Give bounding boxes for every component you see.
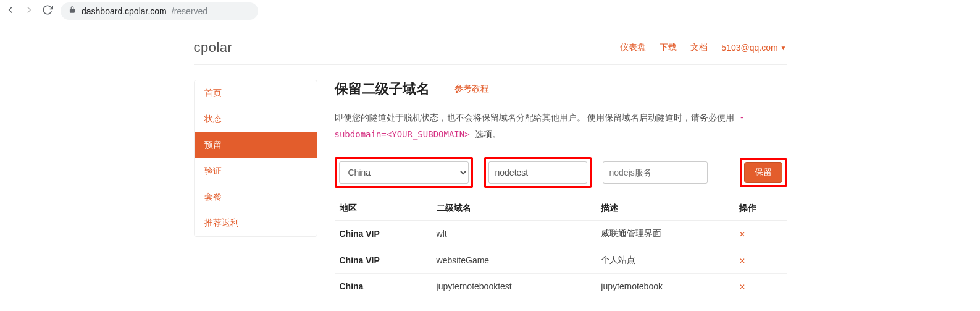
- cell-subdomain: jupyternotebooktest: [432, 274, 597, 299]
- reserve-button[interactable]: 保留: [744, 162, 782, 183]
- top-nav: 仪表盘 下载 文档 5103@qq.com ▼: [620, 42, 786, 53]
- subdomain-input[interactable]: [488, 161, 587, 184]
- main-content: 保留二级子域名 参考教程 即使您的隧道处于脱机状态，也不会将保留域名分配给其他用…: [335, 80, 787, 299]
- caret-down-icon: ▼: [781, 45, 787, 51]
- cell-subdomain: websiteGame: [432, 247, 597, 274]
- cell-desc: 威联通管理界面: [596, 221, 734, 247]
- description: 即使您的隧道处于脱机状态，也不会将保留域名分配给其他用户。 使用保留域名启动隧道…: [335, 109, 787, 142]
- page-header: cpolar 仪表盘 下载 文档 5103@qq.com ▼: [194, 40, 787, 65]
- table-row: China VIP wlt 威联通管理界面 ✕: [335, 221, 787, 247]
- address-bar[interactable]: dashboard.cpolar.com/reserved: [61, 2, 258, 20]
- desc-text-1: 即使您的隧道处于脱机状态，也不会将保留域名分配给其他用户。 使用保留域名启动隧道…: [335, 113, 737, 122]
- cell-region: China VIP: [335, 247, 432, 274]
- sidebar-item-referral[interactable]: 推荐返利: [195, 210, 317, 236]
- highlight-submit: 保留: [740, 158, 787, 187]
- sidebar-item-home[interactable]: 首页: [195, 80, 317, 106]
- forward-icon[interactable]: [23, 4, 35, 17]
- logo: cpolar: [194, 40, 233, 56]
- sidebar: 首页 状态 预留 验证 套餐 推荐返利: [194, 80, 317, 237]
- lock-icon: [68, 6, 77, 16]
- nav-user-menu[interactable]: 5103@qq.com ▼: [721, 43, 786, 53]
- reserve-form: China 保留: [335, 157, 787, 188]
- page-title: 保留二级子域名: [335, 80, 430, 98]
- nav-user-label: 5103@qq.com: [721, 43, 777, 53]
- th-desc: 描述: [596, 197, 734, 221]
- th-subdomain: 二级域名: [432, 197, 597, 221]
- desc-text-2: 选项。: [475, 129, 501, 139]
- delete-icon[interactable]: ✕: [739, 283, 745, 291]
- sidebar-item-auth[interactable]: 验证: [195, 158, 317, 184]
- th-action: 操作: [734, 197, 787, 221]
- nav-dashboard[interactable]: 仪表盘: [620, 42, 646, 53]
- delete-icon[interactable]: ✕: [739, 230, 745, 239]
- tutorial-link[interactable]: 参考教程: [454, 83, 489, 95]
- table-row: China jupyternotebooktest jupyternoteboo…: [335, 274, 787, 299]
- cell-region: China: [335, 274, 432, 299]
- description-input[interactable]: [603, 161, 708, 184]
- cell-subdomain: wlt: [432, 221, 597, 247]
- table-row: China VIP websiteGame 个人站点 ✕: [335, 247, 787, 274]
- back-icon[interactable]: [5, 4, 16, 17]
- reload-icon[interactable]: [42, 4, 53, 17]
- nav-download[interactable]: 下载: [660, 42, 677, 53]
- cell-region: China VIP: [335, 221, 432, 247]
- region-select[interactable]: China: [339, 161, 469, 184]
- reserved-table: 地区 二级域名 描述 操作 China VIP wlt 威联通管理界面 ✕ Ch…: [335, 197, 787, 299]
- delete-icon[interactable]: ✕: [739, 257, 745, 265]
- cell-desc: jupyternotebook: [596, 274, 734, 299]
- highlight-name: [484, 157, 592, 188]
- url-path: /reserved: [172, 6, 207, 16]
- nav-docs[interactable]: 文档: [690, 42, 708, 53]
- highlight-region: China: [335, 157, 473, 188]
- browser-toolbar: dashboard.cpolar.com/reserved: [0, 0, 980, 22]
- url-host: dashboard.cpolar.com: [82, 6, 167, 16]
- sidebar-item-status[interactable]: 状态: [195, 106, 317, 132]
- th-region: 地区: [335, 197, 432, 221]
- sidebar-item-reserved[interactable]: 预留: [195, 132, 317, 158]
- cell-desc: 个人站点: [596, 247, 734, 274]
- sidebar-item-plan[interactable]: 套餐: [195, 184, 317, 210]
